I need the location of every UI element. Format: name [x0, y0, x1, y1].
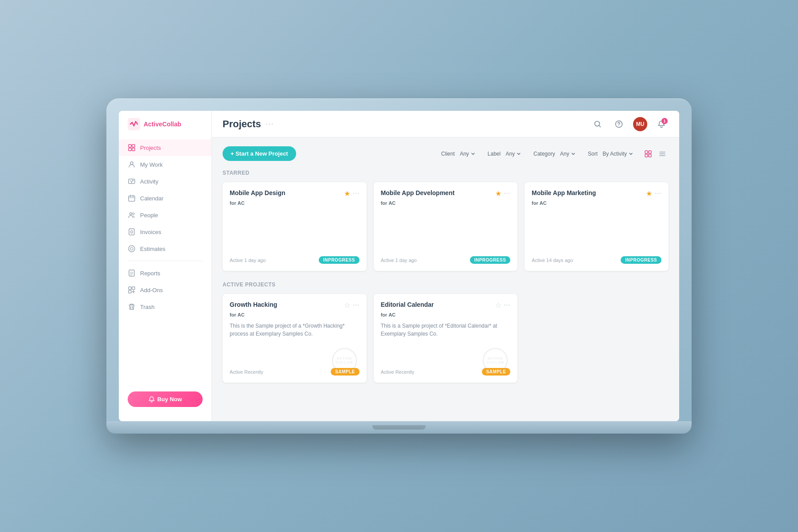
chevron-down-icon	[629, 152, 633, 156]
starred-section-label: Starred	[223, 170, 669, 176]
starred-projects-grid: Mobile App Design ★ ··· for AC Active 1 …	[223, 182, 669, 271]
card-menu-button[interactable]: ···	[353, 189, 360, 196]
card-description: This is the Sample project of a *Growth …	[230, 322, 360, 341]
svg-rect-22	[649, 151, 651, 153]
card-activity: Active Recently	[381, 369, 415, 375]
sidebar-item-activity[interactable]: Activity	[119, 173, 211, 190]
svg-rect-14	[129, 270, 134, 276]
card-for: for AC	[381, 312, 511, 317]
sample-watermark: ACTIVECOLLAB	[482, 347, 509, 374]
star-button[interactable]: ★	[495, 189, 501, 198]
card-menu-button[interactable]: ···	[504, 189, 511, 196]
app-name: ActiveCollab	[144, 121, 181, 128]
search-button[interactable]	[591, 117, 605, 131]
calendar-icon	[128, 194, 136, 202]
projects-toolbar: + Start a New Project Client Any Label	[223, 146, 669, 161]
help-button[interactable]	[612, 117, 626, 131]
sort-button[interactable]: Sort By Activity	[584, 149, 637, 159]
my-work-icon	[128, 160, 136, 168]
sidebar-item-calendar[interactable]: Calendar	[119, 190, 211, 207]
sample-watermark: ACTIVECOLLAB	[331, 347, 358, 374]
star-button[interactable]: ☆	[344, 301, 350, 309]
project-card-editorial-calendar[interactable]: Editorial Calendar ☆ ··· for AC This is …	[374, 294, 518, 383]
svg-rect-16	[132, 287, 135, 289]
card-footer: Active 1 day ago INPROGRESS	[381, 256, 511, 264]
new-project-button[interactable]: + Start a New Project	[223, 146, 296, 161]
grid-icon	[645, 150, 652, 157]
active-section-label: Active Projects	[223, 282, 669, 288]
header-actions: MU 1	[591, 117, 669, 131]
people-icon	[128, 211, 136, 219]
svg-rect-1	[129, 145, 131, 147]
svg-point-18	[595, 121, 600, 126]
card-title: Mobile App Development	[381, 189, 495, 196]
sidebar-item-estimates[interactable]: Estimates	[119, 240, 211, 257]
chevron-down-icon	[471, 152, 475, 156]
project-card-mobile-app-marketing[interactable]: Mobile App Marketing ★ ··· for AC Active…	[524, 182, 669, 271]
laptop-notch	[372, 425, 426, 430]
card-title: Mobile App Design	[230, 189, 344, 196]
svg-point-5	[130, 162, 133, 164]
sidebar-item-invoices-label: Invoices	[140, 229, 161, 235]
buy-now-button[interactable]: Buy Now	[128, 391, 203, 407]
active-projects-grid: Growth Hacking ☆ ··· for AC This is the …	[223, 294, 669, 383]
card-for: for AC	[381, 200, 511, 206]
card-header: Editorial Calendar ☆ ···	[381, 301, 511, 309]
svg-rect-21	[645, 151, 648, 153]
sidebar-item-projects[interactable]: Projects	[119, 139, 211, 156]
status-badge: INPROGRESS	[319, 256, 360, 264]
user-avatar[interactable]: MU	[633, 117, 647, 131]
sidebar-item-trash[interactable]: Trash	[119, 298, 211, 315]
sidebar: ActiveCollab Projects	[119, 111, 212, 421]
status-badge: INPROGRESS	[621, 256, 661, 264]
filter-area: Client Any Label Any	[438, 148, 669, 160]
card-title: Mobile App Marketing	[532, 189, 646, 196]
sidebar-item-add-ons[interactable]: Add-Ons	[119, 282, 211, 298]
card-menu-button[interactable]: ···	[655, 189, 661, 196]
card-menu-button[interactable]: ···	[504, 301, 511, 308]
sidebar-item-my-work[interactable]: My Work	[119, 156, 211, 173]
trash-icon	[128, 303, 136, 311]
project-card-mobile-app-design[interactable]: Mobile App Design ★ ··· for AC Active 1 …	[223, 182, 367, 271]
sidebar-item-add-ons-label: Add-Ons	[140, 287, 163, 293]
list-view-button[interactable]	[656, 148, 669, 160]
card-activity: Active 14 days ago	[532, 258, 573, 263]
notifications-button[interactable]: 1	[654, 117, 669, 131]
client-filter-button[interactable]: Client Any	[438, 149, 479, 159]
sidebar-item-projects-label: Projects	[140, 145, 161, 151]
page-more-button[interactable]: ···	[266, 120, 274, 128]
grid-view-button[interactable]	[642, 148, 654, 160]
category-filter-button[interactable]: Category Any	[530, 149, 579, 159]
main-content: Projects ···	[212, 111, 679, 421]
top-header: Projects ···	[212, 111, 679, 137]
svg-point-13	[130, 247, 133, 250]
sidebar-item-estimates-label: Estimates	[140, 246, 165, 252]
sidebar-item-activity-label: Activity	[140, 178, 158, 185]
star-button[interactable]: ★	[344, 189, 350, 198]
app-logo: ActiveCollab	[119, 118, 211, 139]
card-description: This is a Sample project of *Editorial C…	[381, 322, 511, 341]
star-button[interactable]: ★	[646, 189, 652, 198]
project-card-growth-hacking[interactable]: Growth Hacking ☆ ··· for AC This is the …	[223, 294, 367, 383]
reports-icon	[128, 269, 136, 277]
label-filter-button[interactable]: Label Any	[484, 149, 524, 159]
laptop-screen: ActiveCollab Projects	[119, 111, 679, 421]
star-button[interactable]: ☆	[495, 301, 501, 309]
add-ons-icon	[128, 286, 136, 294]
svg-rect-15	[129, 287, 131, 289]
laptop-frame: ActiveCollab Projects	[106, 98, 692, 434]
estimates-icon	[128, 245, 136, 253]
projects-icon	[128, 144, 136, 152]
svg-rect-7	[129, 196, 135, 201]
project-card-mobile-app-development[interactable]: Mobile App Development ★ ··· for AC Acti…	[374, 182, 518, 271]
logo-icon	[128, 118, 140, 130]
sidebar-item-invoices[interactable]: Invoices	[119, 223, 211, 240]
card-footer: Active 1 day ago INPROGRESS	[230, 256, 360, 264]
sidebar-item-people-label: People	[140, 212, 158, 219]
card-menu-button[interactable]: ···	[353, 301, 360, 308]
sidebar-item-people[interactable]: People	[119, 207, 211, 223]
chevron-down-icon	[516, 152, 521, 156]
sidebar-item-reports[interactable]: Reports	[119, 265, 211, 282]
list-icon	[659, 150, 666, 157]
svg-rect-23	[645, 154, 648, 157]
